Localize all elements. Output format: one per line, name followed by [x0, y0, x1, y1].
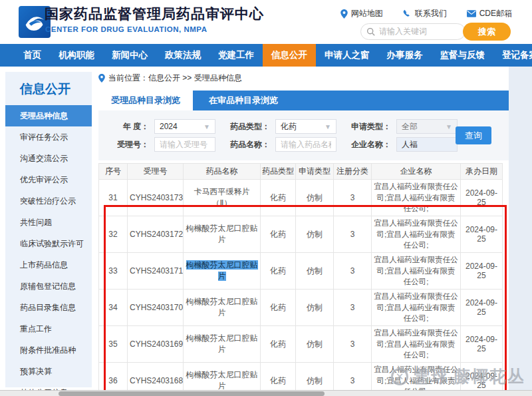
- apply-type-label: 申请类型：: [350, 121, 391, 132]
- sidebar-item-受理品种信息[interactable]: 受理品种信息: [5, 105, 92, 126]
- horizontal-scrollbar[interactable]: [0, 390, 532, 396]
- cell-reg-class: 3: [334, 216, 372, 253]
- acceptance-no-input[interactable]: [154, 137, 215, 152]
- drug-name-text: 枸橼酸芬太尼口腔贴片: [186, 333, 258, 354]
- table-row: 33CYHS2403171枸橼酸芬太尼口腔贴片化药仿制3宜昌人福药业有限责任公司…: [99, 253, 503, 290]
- nav-item-监督与反馈[interactable]: 监督与反馈: [432, 44, 494, 67]
- cell-company: 宜昌人福药业有限责任公司;宜昌人福药业有限责任公司;: [372, 290, 461, 326]
- cell-company: 宜昌人福药业有限责任公司;宜昌人福药业有限责任公司;: [372, 180, 461, 216]
- breadcrumb: 当前位置：信息公开 >> 受理品种信息: [98, 72, 509, 84]
- quicklink-联系我们[interactable]: 联系我们: [403, 8, 447, 19]
- search-placeholder: 请输入关键词: [379, 26, 427, 37]
- sidebar-item-预算决算[interactable]: 预算决算: [5, 361, 92, 382]
- sidebar-item-附条件批准品种[interactable]: 附条件批准品种: [5, 339, 92, 361]
- cell-reg-class: 3: [334, 290, 372, 326]
- nav-item-机构职能[interactable]: 机构职能: [50, 44, 103, 67]
- sidebar-item-优先审评公示[interactable]: 优先审评公示: [5, 169, 92, 190]
- tab-under-review-catalog[interactable]: 在审品种目录浏览: [193, 91, 294, 110]
- sidebar-item-审评任务公示[interactable]: 审评任务公示: [5, 126, 92, 148]
- sidebar-item-重点工作[interactable]: 重点工作: [5, 318, 92, 339]
- cell-reg-class: 3: [334, 180, 372, 216]
- column-header-申请类型: 申请类型: [296, 164, 334, 180]
- column-header-企业名称: 企业名称: [372, 164, 461, 180]
- nav-item-党建工作[interactable]: 党建工作: [209, 44, 263, 67]
- cell-drug-type: 化药: [261, 253, 296, 290]
- drug-type-select[interactable]: 化药▼: [275, 119, 336, 134]
- breadcrumb-text: 当前位置：信息公开 >> 受理品种信息: [108, 73, 242, 84]
- cell-acceptance-no: CYHS2403171: [128, 253, 184, 290]
- sidebar-item-沟通交流公示[interactable]: 沟通交流公示: [5, 148, 92, 169]
- cell-seq: 34: [99, 290, 128, 326]
- filter-panel: 年 度： 2024▼ 药品类型： 化药▼ 申请类型： 全部▼ 受理号： 药品名称…: [98, 110, 509, 160]
- location-pin-icon: [98, 74, 105, 83]
- cell-seq: 32: [99, 216, 128, 253]
- cell-apply-type: 仿制: [296, 216, 334, 253]
- sidebar-item-临床试验默示许可[interactable]: 临床试验默示许可: [5, 233, 92, 254]
- quicklink-网站地图[interactable]: 网站地图: [340, 8, 383, 19]
- year-label: 年 度：: [108, 121, 149, 132]
- drug-name-text: 卡马西平缓释片（Ⅱ）: [194, 187, 250, 208]
- cell-seq: 35: [99, 326, 128, 363]
- quicklink-CDE邮箱[interactable]: CDE邮箱: [467, 8, 512, 19]
- nav-item-首页[interactable]: 首页: [15, 44, 50, 67]
- cell-drug-name: 枸橼酸芬太尼口腔贴片: [184, 290, 261, 326]
- cell-acceptance-no: CYHS2403169: [128, 326, 184, 363]
- table-row: 35CYHS2403169枸橼酸芬太尼口腔贴片化药仿制3宜昌人福药业有限责任公司…: [99, 326, 503, 363]
- sidebar-item-突破性治疗公示[interactable]: 突破性治疗公示: [5, 190, 92, 212]
- nav-item-新闻中心[interactable]: 新闻中心: [103, 44, 156, 67]
- chevron-down-icon: ▼: [325, 123, 331, 130]
- year-select[interactable]: 2024▼: [154, 119, 215, 134]
- site-title: 国家药品监督管理局药品审评中心: [45, 5, 264, 23]
- search-input[interactable]: 请输入关键词: [360, 23, 466, 40]
- cell-seq: 31: [99, 180, 128, 216]
- query-button[interactable]: 查询: [456, 126, 491, 144]
- tab-bar: 受理品种目录浏览 在审品种目录浏览: [98, 91, 509, 110]
- sidebar-item-药品目录集信息[interactable]: 药品目录集信息: [5, 297, 92, 318]
- quicklink-label: CDE邮箱: [479, 8, 512, 19]
- cell-date: 2024-09-25: [461, 180, 503, 216]
- nav-item-信息公开[interactable]: 信息公开: [263, 44, 316, 67]
- company-name-input[interactable]: [396, 137, 458, 152]
- nav-item-政策法规[interactable]: 政策法规: [156, 44, 209, 67]
- cell-company: 宜昌人福药业有限责任公司;宜昌人福药业有限责任公司;: [372, 253, 461, 290]
- apply-type-select[interactable]: 全部▼: [396, 119, 458, 134]
- chevron-down-icon: ▼: [446, 123, 452, 130]
- chevron-down-icon: ▼: [203, 123, 210, 130]
- sidebar-item-原辅包登记信息[interactable]: 原辅包登记信息: [5, 276, 92, 297]
- site-header: 国家药品监督管理局药品审评中心 CENTER FOR DRUG EVALUATI…: [0, 0, 532, 44]
- cell-date: 2024-09-25: [461, 216, 503, 253]
- cell-acceptance-no: CYHS2403173: [128, 180, 184, 216]
- cell-drug-type: 化药: [261, 290, 296, 326]
- sidebar-item-共性问题[interactable]: 共性问题: [5, 212, 92, 233]
- pin-icon: [340, 9, 348, 19]
- cell-reg-class: 3: [334, 326, 372, 363]
- cell-date: 2024-09-25: [461, 290, 503, 326]
- nav-item-申请人之窗[interactable]: 申请人之窗: [316, 44, 378, 67]
- cell-drug-name: 枸橼酸芬太尼口腔贴片: [184, 326, 261, 363]
- drug-type-label: 药品类型：: [229, 121, 270, 132]
- cell-acceptance-no: CYHS2403172: [128, 216, 184, 253]
- nav-item-办事服务[interactable]: 办事服务: [378, 44, 432, 67]
- sidebar-item-上市药品信息[interactable]: 上市药品信息: [5, 254, 92, 276]
- sidebar: 信息公开 受理品种信息审评任务公示沟通交流公示优先审评公示突破性治疗公示共性问题…: [5, 72, 92, 387]
- nav-item-登记备案平台[interactable]: 登记备案平台: [493, 44, 532, 67]
- cell-reg-class: 3: [334, 253, 372, 290]
- column-header-序号: 序号: [99, 164, 128, 180]
- drug-name-text: 枸橼酸芬太尼口腔贴片: [186, 224, 258, 244]
- search-button[interactable]: 搜索: [463, 23, 511, 41]
- cell-company: 宜昌人福药业有限责任公司;宜昌人福药业有限责任公司;: [372, 326, 461, 363]
- horizontal-scrollbar-thumb[interactable]: [59, 391, 325, 396]
- drug-name-input[interactable]: [275, 137, 336, 152]
- cell-apply-type: 仿制: [296, 290, 334, 326]
- drug-name-text: 枸橼酸芬太尼口腔贴片: [186, 297, 258, 317]
- column-header-药品类型: 药品类型: [261, 164, 296, 180]
- right-gutter: [509, 67, 532, 390]
- main-nav: 首页机构职能新闻中心政策法规党建工作信息公开申请人之窗办事服务监督与反馈登记备案…: [0, 44, 532, 67]
- quicklink-label: 网站地图: [351, 8, 383, 19]
- cell-drug-type: 化药: [261, 180, 296, 216]
- cell-date: 2024-09-25: [461, 253, 503, 290]
- mail-icon: [467, 10, 476, 17]
- main-content: 当前位置：信息公开 >> 受理品种信息 受理品种目录浏览 在审品种目录浏览 年 …: [98, 72, 509, 396]
- selected-text: 枸橼酸芬太尼口腔贴片: [186, 260, 258, 281]
- tab-accepted-catalog[interactable]: 受理品种目录浏览: [98, 91, 193, 110]
